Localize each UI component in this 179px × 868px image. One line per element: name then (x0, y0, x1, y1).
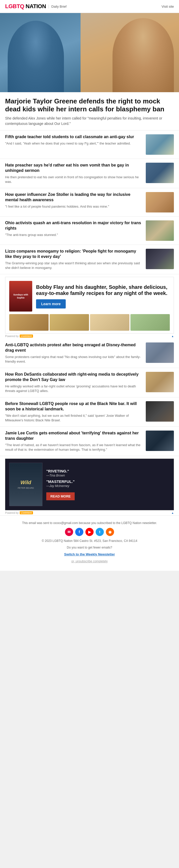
article-headline[interactable]: Ohio activists quash an anti-trans resol… (5, 220, 142, 231)
article-item: How queer influencer Zoe Stoller is lead… (0, 188, 179, 217)
ad-book-title: Sundays with Sophie (11, 293, 30, 300)
article-thumbnail (146, 342, 174, 363)
article-summary: "And I said, 'Yeah when he does that you… (5, 141, 142, 146)
social-twitter-icon[interactable]: t (96, 528, 104, 536)
article-summary: He then pretended to eat his own vomit i… (5, 175, 142, 184)
powered-label: Powered by (5, 335, 19, 338)
header: LGBTQ NATION Daily Brief Visit site (0, 0, 179, 13)
article-headline[interactable]: Jamie Lee Curtis gets emotional about 't… (5, 431, 142, 441)
learn-more-button[interactable]: Learn more (36, 299, 66, 309)
article-item: Before Stonewall LGBTQ people rose up at… (0, 397, 179, 427)
ad-block-2: Wild PETER BEARD "RIVETING." —Tina Brown… (5, 459, 174, 510)
article-item: Fifth grade teacher told students to cal… (0, 130, 179, 159)
ad-headline: Bobby Flay and his daughter, Sophie, sha… (36, 284, 170, 296)
article-content: Hate preacher says he'd rather eat his o… (5, 163, 142, 184)
book-author: PETER BEARD (18, 487, 34, 489)
article-item: Anti-LGBTQ activists protest after being… (0, 339, 179, 368)
ad2-inner: Wild PETER BEARD "RIVETING." —Tina Brown… (5, 459, 174, 510)
article-content: Fifth grade teacher told students to cal… (5, 134, 142, 146)
unsubscribe-link[interactable]: or, unsubscribe completely (71, 559, 108, 563)
switch-newsletter-link[interactable]: Switch to the Weekly Newsletter (64, 552, 115, 556)
logo-lgbtq: LGBTQ (5, 3, 24, 9)
ad2-quotes: "RIVETING." —Tina Brown "MASTERFUL." —Ja… (46, 469, 170, 500)
article-headline[interactable]: Anti-LGBTQ activists protest after being… (5, 342, 142, 353)
article-content: Lizzo compares monogamy to religion: 'Pe… (5, 249, 142, 270)
article-headline[interactable]: Lizzo compares monogamy to religion: 'Pe… (5, 249, 142, 259)
social-facebook-icon[interactable]: f (75, 528, 83, 536)
article-headline[interactable]: Fifth grade teacher told students to cal… (5, 134, 142, 140)
article-item: Hate preacher says he'd rather eat his o… (0, 159, 179, 188)
article-content: Jamie Lee Curtis gets emotional about 't… (5, 431, 142, 452)
article-item: Lizzo compares monogamy to religion: 'Pe… (0, 245, 179, 274)
liveintent-badge: LiveIntent (20, 335, 33, 338)
article-thumbnail (146, 192, 174, 213)
article-thumbnail (146, 220, 174, 241)
article-content: Before Stonewall LGBTQ people rose up at… (5, 401, 142, 423)
article-summary: "I feel like a lot of people found pande… (5, 204, 142, 209)
daily-brief-label: Daily Brief (49, 5, 66, 8)
ad-indicator: ▲ (171, 335, 174, 338)
ad-inner: Sundays with Sophie Bobby Flay and his d… (5, 277, 174, 314)
article-thumbnail (146, 134, 174, 155)
article-thumbnail (146, 249, 174, 269)
article-summary: He willingly worked with a far-right out… (5, 384, 142, 393)
person-left-figure (8, 21, 64, 92)
ad2-indicator: ▲ (171, 512, 174, 514)
quote1-author: —Tina Brown (46, 474, 170, 477)
article-content: How queer influencer Zoe Stoller is lead… (5, 192, 142, 209)
fewer-emails-text: Do you want to get fewer emails? (5, 545, 174, 550)
article-summary: "The anti-trans group was stunned." (5, 232, 142, 237)
copyright-text: © 2023 LGBTQ Nation 584 Castro St. #523,… (5, 538, 174, 543)
quote1-text: "RIVETING." (46, 469, 170, 473)
logo: LGBTQ NATION (5, 3, 46, 10)
article-summary: Some protesters carried signs that read … (5, 355, 142, 364)
article-summary: The Grammy-winning pop star says she was… (5, 261, 142, 270)
article-headline[interactable]: Before Stonewall LGBTQ people rose up at… (5, 401, 142, 412)
article-content: Anti-LGBTQ activists protest after being… (5, 342, 142, 364)
article-headline[interactable]: Hate preacher says he'd rather eat his o… (5, 163, 142, 174)
article-summary: "We don't start anything, but we sure as… (5, 413, 142, 423)
article-headline[interactable]: How Ron DeSantis collaborated with right… (5, 372, 142, 382)
book-title: Wild (21, 479, 31, 486)
article-headline[interactable]: How queer influencer Zoe Stoller is lead… (5, 192, 142, 203)
food-image-1 (9, 314, 49, 331)
food-image-3 (90, 314, 129, 331)
person-right-figure (113, 18, 174, 92)
quote2-text: "MASTERFUL." (46, 479, 170, 484)
powered-label2: Powered by (5, 512, 19, 514)
ad-text: Bobby Flay and his daughter, Sophie, sha… (36, 284, 170, 309)
hero-image (0, 13, 179, 92)
visit-site-link[interactable]: Visit site (161, 5, 174, 8)
book-cover: Wild PETER BEARD (9, 463, 42, 506)
article-thumbnail (146, 163, 174, 183)
ad-book-cover: Sundays with Sophie (9, 281, 32, 312)
social-rss-icon[interactable]: ◉ (106, 528, 114, 536)
article-item: Ohio activists quash an anti-trans resol… (0, 217, 179, 245)
email-notice: This email was sent to xxxxx@gmail.com b… (5, 521, 174, 525)
food-image-2 (50, 314, 89, 331)
article-summary: "The level of hatred, as if we haven't l… (5, 443, 142, 452)
social-icons-row: ✉ f ▶ t ◉ (5, 528, 174, 536)
read-more-button[interactable]: READ MORE (46, 492, 75, 500)
ad-block-1: Sundays with Sophie Bobby Flay and his d… (5, 277, 174, 334)
food-image-4 (130, 314, 170, 331)
main-article-summary: She defended Alex Jones while her intern… (5, 116, 174, 126)
main-article: Marjorie Taylor Greene defends the right… (0, 92, 179, 130)
quote2-author: —Jay McInerney (46, 484, 170, 488)
social-email-icon[interactable]: ✉ (65, 528, 73, 536)
article-item: How Ron DeSantis collaborated with right… (0, 368, 179, 397)
social-youtube-icon[interactable]: ▶ (85, 528, 94, 536)
article-content: How Ron DeSantis collaborated with right… (5, 372, 142, 393)
logo-nation: NATION (24, 3, 46, 9)
main-article-headline[interactable]: Marjorie Taylor Greene defends the right… (5, 97, 174, 113)
hero-right-panel (81, 13, 179, 92)
ad1-powered-by: Powered by LiveIntent ▲ (0, 334, 179, 339)
article-content: Ohio activists quash an anti-trans resol… (5, 220, 142, 237)
article-item: Jamie Lee Curtis gets emotional about 't… (0, 427, 179, 456)
article-thumbnail (146, 372, 174, 392)
article-thumbnail (146, 431, 174, 451)
liveintent-badge2: LiveIntent (20, 511, 33, 514)
ad-food-row (5, 314, 174, 333)
footer: This email was sent to xxxxx@gmail.com b… (0, 515, 179, 571)
ad2-powered-by: Powered by LiveIntent ▲ (0, 510, 179, 515)
